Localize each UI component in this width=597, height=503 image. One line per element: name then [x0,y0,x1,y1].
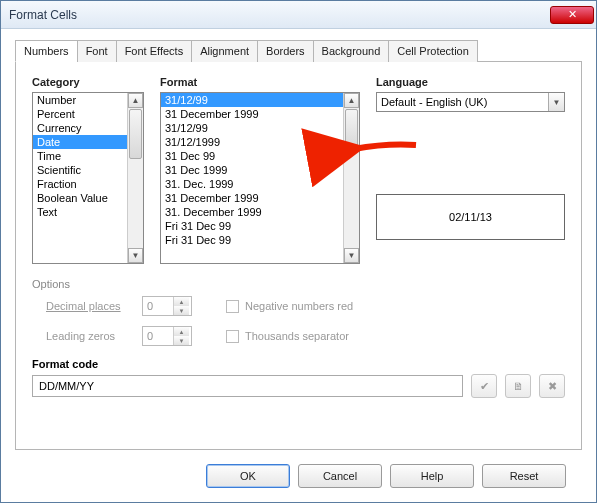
cancel-button[interactable]: Cancel [298,464,382,488]
category-item[interactable]: Text [33,205,127,219]
reset-button[interactable]: Reset [482,464,566,488]
spin-down-icon: ▼ [174,336,189,345]
delete-icon: ✖ [548,380,557,393]
scroll-thumb[interactable] [129,109,142,159]
window-title: Format Cells [9,8,550,22]
format-item[interactable]: 31 December 1999 [161,107,343,121]
category-label: Category [32,76,144,88]
check-icon: ✔ [480,380,489,393]
category-item[interactable]: Scientific [33,163,127,177]
chevron-down-icon[interactable]: ▼ [548,93,564,111]
category-item[interactable]: Date [33,135,127,149]
category-item[interactable]: Time [33,149,127,163]
language-combobox[interactable]: Default - English (UK) ▼ [376,92,565,112]
apply-format-button[interactable]: ✔ [471,374,497,398]
format-item[interactable]: 31/12/99 [161,93,343,107]
format-item[interactable]: 31 Dec 99 [161,149,343,163]
leading-zeros-spinner: ▲▼ [142,326,192,346]
category-listbox[interactable]: NumberPercentCurrencyDateTimeScientificF… [32,92,144,264]
spin-down-icon: ▼ [174,306,189,315]
leading-zeros-input [143,327,173,345]
scroll-thumb[interactable] [345,109,358,149]
format-preview: 02/11/13 [376,194,565,240]
tab-numbers[interactable]: Numbers [15,40,78,62]
help-button[interactable]: Help [390,464,474,488]
category-item[interactable]: Percent [33,107,127,121]
format-item[interactable]: Fri 31 Dec 99 [161,219,343,233]
format-item[interactable]: 31. December 1999 [161,205,343,219]
negative-red-checkbox: Negative numbers red [212,300,565,313]
category-item[interactable]: Boolean Value [33,191,127,205]
delete-format-button[interactable]: ✖ [539,374,565,398]
tab-borders[interactable]: Borders [257,40,314,62]
format-code-label: Format code [32,358,565,370]
edit-comment-button[interactable]: 🗎 [505,374,531,398]
format-item[interactable]: 31 December 1999 [161,191,343,205]
tab-cell-protection[interactable]: Cell Protection [388,40,478,62]
preview-value: 02/11/13 [449,211,492,223]
tab-strip: NumbersFontFont EffectsAlignmentBordersB… [15,39,582,62]
format-scrollbar[interactable]: ▲ ▼ [343,93,359,263]
tab-panel-numbers: Category NumberPercentCurrencyDateTimeSc… [15,62,582,450]
close-button[interactable]: ✕ [550,6,594,24]
titlebar: Format Cells ✕ [1,1,596,29]
tab-font[interactable]: Font [77,40,117,62]
language-value: Default - English (UK) [377,96,548,108]
scroll-up-icon[interactable]: ▲ [344,93,359,108]
format-item[interactable]: 31 Dec 1999 [161,163,343,177]
decimal-places-input [143,297,173,315]
options-label: Options [32,278,565,290]
category-item[interactable]: Number [33,93,127,107]
format-item[interactable]: 31/12/1999 [161,135,343,149]
category-item[interactable]: Currency [33,121,127,135]
format-listbox[interactable]: 31/12/9931 December 199931/12/9931/12/19… [160,92,360,264]
category-item[interactable]: Fraction [33,177,127,191]
language-label: Language [376,76,565,88]
ok-button[interactable]: OK [206,464,290,488]
scroll-up-icon[interactable]: ▲ [128,93,143,108]
close-icon: ✕ [568,9,577,20]
checkbox-icon [226,300,239,313]
tab-background[interactable]: Background [313,40,390,62]
spin-up-icon: ▲ [174,297,189,306]
leading-zeros-label: Leading zeros [32,330,142,342]
thousands-label: Thousands separator [245,330,349,342]
format-label: Format [160,76,360,88]
spin-up-icon: ▲ [174,327,189,336]
note-icon: 🗎 [513,380,524,392]
decimal-places-spinner: ▲▼ [142,296,192,316]
format-code-input[interactable] [32,375,463,397]
category-scrollbar[interactable]: ▲ ▼ [127,93,143,263]
dialog-footer: OK Cancel Help Reset [15,450,582,502]
checkbox-icon [226,330,239,343]
format-item[interactable]: 31. Dec. 1999 [161,177,343,191]
format-item[interactable]: 31/12/99 [161,121,343,135]
tab-font-effects[interactable]: Font Effects [116,40,193,62]
decimal-places-label: Decimal places [32,300,142,312]
dialog-content: NumbersFontFont EffectsAlignmentBordersB… [1,29,596,502]
format-cells-dialog: Format Cells ✕ NumbersFontFont EffectsAl… [0,0,597,503]
scroll-down-icon[interactable]: ▼ [128,248,143,263]
format-item[interactable]: Fri 31 Dec 99 [161,233,343,247]
negative-red-label: Negative numbers red [245,300,353,312]
tab-alignment[interactable]: Alignment [191,40,258,62]
scroll-down-icon[interactable]: ▼ [344,248,359,263]
thousands-checkbox: Thousands separator [212,330,565,343]
